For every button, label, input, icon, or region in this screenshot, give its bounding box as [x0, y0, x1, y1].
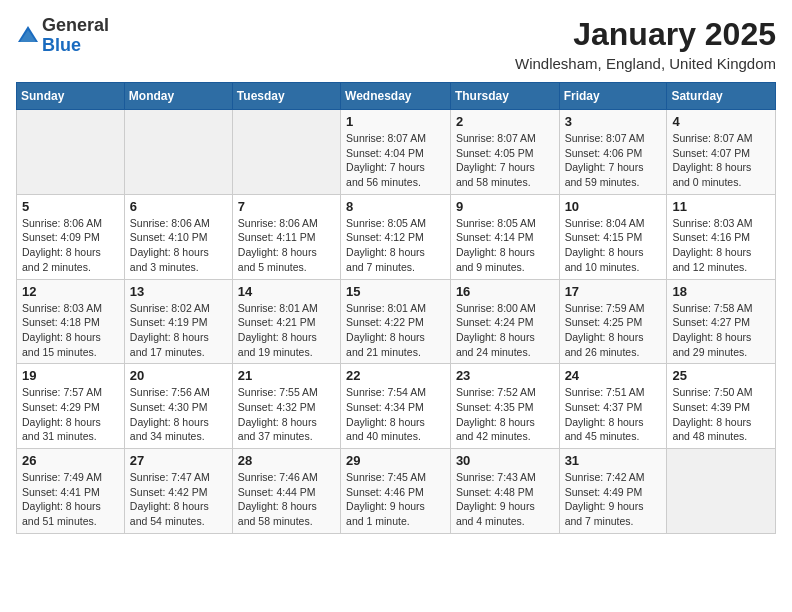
calendar-week-1: 1Sunrise: 8:07 AMSunset: 4:04 PMDaylight… [17, 110, 776, 195]
title-block: January 2025 Windlesham, England, United… [515, 16, 776, 72]
day-info: Sunrise: 7:45 AMSunset: 4:46 PMDaylight:… [346, 470, 445, 529]
day-info: Sunrise: 8:03 AMSunset: 4:16 PMDaylight:… [672, 216, 770, 275]
day-number: 6 [130, 199, 227, 214]
calendar-cell: 2Sunrise: 8:07 AMSunset: 4:05 PMDaylight… [450, 110, 559, 195]
calendar-cell: 26Sunrise: 7:49 AMSunset: 4:41 PMDayligh… [17, 449, 125, 534]
day-info: Sunrise: 8:05 AMSunset: 4:12 PMDaylight:… [346, 216, 445, 275]
day-number: 13 [130, 284, 227, 299]
day-number: 28 [238, 453, 335, 468]
day-number: 22 [346, 368, 445, 383]
header-cell-thursday: Thursday [450, 83, 559, 110]
month-title: January 2025 [515, 16, 776, 53]
calendar-cell: 5Sunrise: 8:06 AMSunset: 4:09 PMDaylight… [17, 194, 125, 279]
calendar-week-5: 26Sunrise: 7:49 AMSunset: 4:41 PMDayligh… [17, 449, 776, 534]
day-number: 12 [22, 284, 119, 299]
calendar-cell: 6Sunrise: 8:06 AMSunset: 4:10 PMDaylight… [124, 194, 232, 279]
calendar-cell: 7Sunrise: 8:06 AMSunset: 4:11 PMDaylight… [232, 194, 340, 279]
day-info: Sunrise: 7:52 AMSunset: 4:35 PMDaylight:… [456, 385, 554, 444]
day-info: Sunrise: 7:50 AMSunset: 4:39 PMDaylight:… [672, 385, 770, 444]
day-info: Sunrise: 8:06 AMSunset: 4:09 PMDaylight:… [22, 216, 119, 275]
day-number: 2 [456, 114, 554, 129]
calendar-cell: 20Sunrise: 7:56 AMSunset: 4:30 PMDayligh… [124, 364, 232, 449]
day-info: Sunrise: 8:06 AMSunset: 4:11 PMDaylight:… [238, 216, 335, 275]
day-number: 29 [346, 453, 445, 468]
day-number: 27 [130, 453, 227, 468]
calendar-cell: 3Sunrise: 8:07 AMSunset: 4:06 PMDaylight… [559, 110, 667, 195]
header-cell-sunday: Sunday [17, 83, 125, 110]
page-header: General Blue January 2025 Windlesham, En… [16, 16, 776, 72]
day-info: Sunrise: 7:59 AMSunset: 4:25 PMDaylight:… [565, 301, 662, 360]
day-info: Sunrise: 7:54 AMSunset: 4:34 PMDaylight:… [346, 385, 445, 444]
calendar-cell: 29Sunrise: 7:45 AMSunset: 4:46 PMDayligh… [341, 449, 451, 534]
calendar-cell: 15Sunrise: 8:01 AMSunset: 4:22 PMDayligh… [341, 279, 451, 364]
calendar-cell: 14Sunrise: 8:01 AMSunset: 4:21 PMDayligh… [232, 279, 340, 364]
calendar-week-4: 19Sunrise: 7:57 AMSunset: 4:29 PMDayligh… [17, 364, 776, 449]
day-info: Sunrise: 8:07 AMSunset: 4:06 PMDaylight:… [565, 131, 662, 190]
day-number: 11 [672, 199, 770, 214]
day-number: 25 [672, 368, 770, 383]
day-info: Sunrise: 7:56 AMSunset: 4:30 PMDaylight:… [130, 385, 227, 444]
header-cell-saturday: Saturday [667, 83, 776, 110]
calendar-cell: 24Sunrise: 7:51 AMSunset: 4:37 PMDayligh… [559, 364, 667, 449]
day-info: Sunrise: 8:01 AMSunset: 4:21 PMDaylight:… [238, 301, 335, 360]
calendar-week-3: 12Sunrise: 8:03 AMSunset: 4:18 PMDayligh… [17, 279, 776, 364]
day-number: 14 [238, 284, 335, 299]
logo-icon [16, 24, 40, 48]
calendar-cell: 22Sunrise: 7:54 AMSunset: 4:34 PMDayligh… [341, 364, 451, 449]
header-row: SundayMondayTuesdayWednesdayThursdayFrid… [17, 83, 776, 110]
day-number: 15 [346, 284, 445, 299]
day-number: 31 [565, 453, 662, 468]
logo: General Blue [16, 16, 109, 56]
day-number: 1 [346, 114, 445, 129]
logo-general-text: General [42, 16, 109, 36]
day-number: 30 [456, 453, 554, 468]
day-number: 16 [456, 284, 554, 299]
calendar-cell: 8Sunrise: 8:05 AMSunset: 4:12 PMDaylight… [341, 194, 451, 279]
calendar-cell: 30Sunrise: 7:43 AMSunset: 4:48 PMDayligh… [450, 449, 559, 534]
calendar-cell: 10Sunrise: 8:04 AMSunset: 4:15 PMDayligh… [559, 194, 667, 279]
day-number: 8 [346, 199, 445, 214]
calendar-cell: 4Sunrise: 8:07 AMSunset: 4:07 PMDaylight… [667, 110, 776, 195]
day-info: Sunrise: 8:03 AMSunset: 4:18 PMDaylight:… [22, 301, 119, 360]
logo-blue-text: Blue [42, 36, 109, 56]
day-number: 20 [130, 368, 227, 383]
day-info: Sunrise: 7:43 AMSunset: 4:48 PMDaylight:… [456, 470, 554, 529]
day-number: 17 [565, 284, 662, 299]
day-info: Sunrise: 7:46 AMSunset: 4:44 PMDaylight:… [238, 470, 335, 529]
day-number: 23 [456, 368, 554, 383]
day-number: 5 [22, 199, 119, 214]
location: Windlesham, England, United Kingdom [515, 55, 776, 72]
day-number: 3 [565, 114, 662, 129]
calendar-cell: 31Sunrise: 7:42 AMSunset: 4:49 PMDayligh… [559, 449, 667, 534]
header-cell-tuesday: Tuesday [232, 83, 340, 110]
calendar-cell: 16Sunrise: 8:00 AMSunset: 4:24 PMDayligh… [450, 279, 559, 364]
day-number: 7 [238, 199, 335, 214]
day-info: Sunrise: 8:00 AMSunset: 4:24 PMDaylight:… [456, 301, 554, 360]
day-info: Sunrise: 7:57 AMSunset: 4:29 PMDaylight:… [22, 385, 119, 444]
day-number: 21 [238, 368, 335, 383]
header-cell-friday: Friday [559, 83, 667, 110]
logo-text: General Blue [42, 16, 109, 56]
day-number: 9 [456, 199, 554, 214]
calendar-cell: 18Sunrise: 7:58 AMSunset: 4:27 PMDayligh… [667, 279, 776, 364]
calendar-cell: 19Sunrise: 7:57 AMSunset: 4:29 PMDayligh… [17, 364, 125, 449]
day-info: Sunrise: 8:05 AMSunset: 4:14 PMDaylight:… [456, 216, 554, 275]
calendar-cell [232, 110, 340, 195]
calendar-cell: 21Sunrise: 7:55 AMSunset: 4:32 PMDayligh… [232, 364, 340, 449]
day-info: Sunrise: 8:02 AMSunset: 4:19 PMDaylight:… [130, 301, 227, 360]
day-number: 26 [22, 453, 119, 468]
day-number: 4 [672, 114, 770, 129]
day-number: 24 [565, 368, 662, 383]
header-cell-wednesday: Wednesday [341, 83, 451, 110]
calendar-cell: 12Sunrise: 8:03 AMSunset: 4:18 PMDayligh… [17, 279, 125, 364]
day-number: 10 [565, 199, 662, 214]
day-info: Sunrise: 8:04 AMSunset: 4:15 PMDaylight:… [565, 216, 662, 275]
calendar-cell [17, 110, 125, 195]
day-info: Sunrise: 8:07 AMSunset: 4:07 PMDaylight:… [672, 131, 770, 190]
calendar-cell [667, 449, 776, 534]
calendar-table: SundayMondayTuesdayWednesdayThursdayFrid… [16, 82, 776, 534]
day-info: Sunrise: 7:49 AMSunset: 4:41 PMDaylight:… [22, 470, 119, 529]
calendar-cell: 13Sunrise: 8:02 AMSunset: 4:19 PMDayligh… [124, 279, 232, 364]
calendar-cell: 27Sunrise: 7:47 AMSunset: 4:42 PMDayligh… [124, 449, 232, 534]
calendar-week-2: 5Sunrise: 8:06 AMSunset: 4:09 PMDaylight… [17, 194, 776, 279]
